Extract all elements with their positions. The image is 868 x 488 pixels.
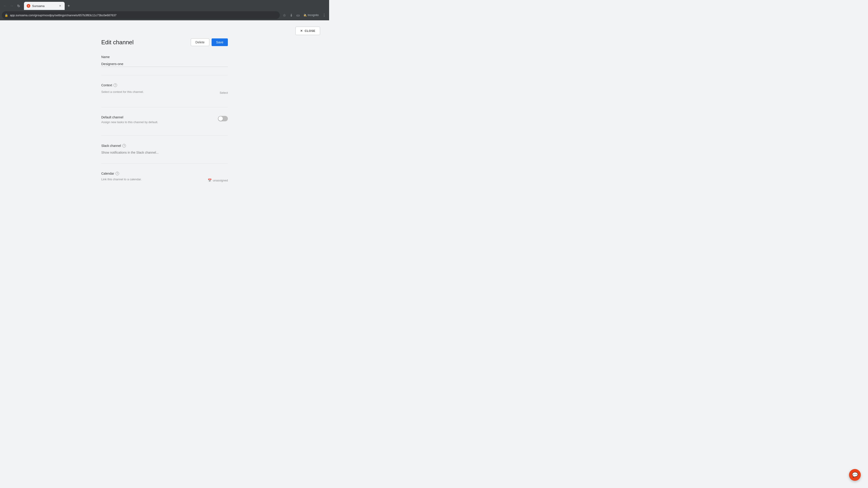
- tab-favicon: S: [27, 4, 30, 8]
- forward-button[interactable]: →: [8, 3, 15, 9]
- divider-4: [101, 163, 228, 164]
- default-channel-toggle[interactable]: [218, 116, 228, 121]
- default-channel-field-group: Default channel Assign new tasks to this…: [101, 116, 228, 127]
- form-container: Edit channel Delete Save Name Context ? …: [101, 29, 228, 186]
- calendar-unassigned-text: unassigned: [213, 179, 228, 182]
- form-title: Edit channel: [101, 39, 133, 46]
- calendar-help-icon[interactable]: ?: [116, 172, 119, 175]
- default-channel-label: Default channel: [101, 116, 218, 119]
- form-actions: Delete Save: [191, 38, 228, 46]
- cast-button[interactable]: ▭: [295, 12, 301, 18]
- calendar-description: Link this channel to a calendar.: [101, 177, 142, 181]
- tab-bar: ← → ↻ S Sunsama ✕ +: [0, 0, 329, 10]
- calendar-field-group: Calendar ? Link this channel to a calend…: [101, 172, 228, 186]
- incognito-button[interactable]: 🕵 Incognito: [302, 13, 320, 18]
- divider-3: [101, 135, 228, 136]
- context-label: Context ?: [101, 84, 228, 87]
- address-bar-actions: ☆ ⇓ ▭ 🕵 Incognito ⋮: [281, 12, 327, 18]
- default-channel-row: Default channel Assign new tasks to this…: [101, 116, 228, 127]
- close-label: CLOSE: [305, 29, 315, 33]
- download-button[interactable]: ⇓: [288, 12, 294, 18]
- close-x-icon: ✕: [300, 29, 303, 33]
- reload-button[interactable]: ↻: [16, 3, 22, 9]
- default-channel-description: Assign new tasks to this channel by defa…: [101, 121, 218, 124]
- bookmark-button[interactable]: ☆: [281, 12, 287, 18]
- context-row: Select a context for this channel. Selec…: [101, 89, 228, 99]
- slack-channel-input[interactable]: [101, 150, 228, 155]
- context-help-icon[interactable]: ?: [114, 84, 117, 87]
- name-label: Name: [101, 55, 228, 59]
- toggle-knob: [218, 116, 223, 121]
- browser-tab[interactable]: S Sunsama ✕: [24, 2, 65, 10]
- name-input[interactable]: [101, 61, 228, 67]
- browser-menu-button[interactable]: ⋮: [321, 12, 327, 18]
- calendar-row: Link this channel to a calendar. 📅 unass…: [101, 177, 228, 186]
- calendar-label: Calendar ?: [101, 172, 228, 175]
- incognito-icon: 🕵: [303, 13, 307, 17]
- context-description: Select a context for this channel.: [101, 90, 144, 94]
- default-channel-info: Default channel Assign new tasks to this…: [101, 116, 218, 124]
- url-text: app.sunsama.com/group/moodjoy/settings/c…: [10, 13, 277, 17]
- back-button[interactable]: ←: [2, 3, 8, 9]
- slack-channel-field-group: Slack channel ?: [101, 144, 228, 155]
- calendar-value: 📅 unassigned: [208, 178, 228, 182]
- save-button[interactable]: Save: [212, 38, 228, 46]
- lock-icon: 🔒: [4, 13, 8, 17]
- context-field-group: Context ? Select a context for this chan…: [101, 84, 228, 99]
- incognito-label: Incognito: [308, 13, 319, 17]
- tab-label: Sunsama: [32, 4, 57, 8]
- address-bar-row: 🔒 app.sunsama.com/group/moodjoy/settings…: [0, 10, 329, 20]
- tab-nav-buttons: ← → ↻: [2, 3, 22, 9]
- new-tab-button[interactable]: +: [66, 3, 72, 9]
- close-button[interactable]: ✕ CLOSE: [296, 27, 320, 35]
- slack-channel-label: Slack channel ?: [101, 144, 228, 148]
- divider-2: [101, 107, 228, 107]
- context-select-button[interactable]: Select: [220, 90, 228, 95]
- calendar-icon: 📅: [208, 178, 212, 182]
- address-bar[interactable]: 🔒 app.sunsama.com/group/moodjoy/settings…: [2, 11, 280, 19]
- name-field-group: Name: [101, 55, 228, 67]
- delete-button[interactable]: Delete: [191, 38, 209, 46]
- tab-close-button[interactable]: ✕: [58, 4, 62, 8]
- slack-help-icon[interactable]: ?: [122, 144, 126, 148]
- page-content: ✕ CLOSE Edit channel Delete Save Name Co…: [0, 20, 329, 203]
- browser-chrome: ← → ↻ S Sunsama ✕ + 🔒 app.sunsama.com/gr…: [0, 0, 329, 20]
- form-header: Edit channel Delete Save: [101, 38, 228, 46]
